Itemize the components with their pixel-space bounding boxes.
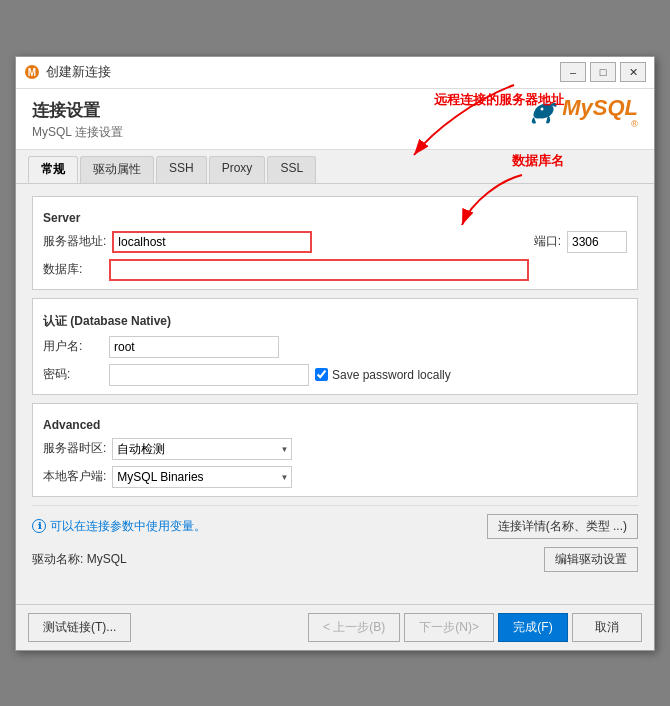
app-icon: M xyxy=(24,64,40,80)
port-input[interactable] xyxy=(567,231,627,253)
tab-ssh[interactable]: SSH xyxy=(156,156,207,183)
save-password-checkbox[interactable] xyxy=(315,368,328,381)
username-row: 用户名: xyxy=(43,336,627,358)
mysql-logo: MySQL ® xyxy=(522,97,638,131)
title-bar-left: M 创建新连接 xyxy=(24,63,111,81)
password-row: 密码: Save password locally xyxy=(43,364,627,386)
svg-point-4 xyxy=(541,107,544,110)
username-input[interactable] xyxy=(109,336,279,358)
server-section-label: Server xyxy=(43,211,627,225)
client-row: 本地客户端: MySQL Binaries MariaDB Binaries xyxy=(43,466,627,488)
mysql-logo-text: MySQL xyxy=(562,97,638,119)
driver-row: 驱动名称: MySQL 编辑驱动设置 xyxy=(32,543,638,576)
password-label: 密码: xyxy=(43,366,103,383)
cancel-button[interactable]: 取消 xyxy=(572,613,642,642)
timezone-select[interactable]: 自动检测 UTC Asia/Shanghai xyxy=(112,438,292,460)
advanced-group: Advanced 服务器时区: 自动检测 UTC Asia/Shanghai 本… xyxy=(32,403,638,497)
maximize-button[interactable]: □ xyxy=(590,62,616,82)
server-address-row: 服务器地址: 端口: xyxy=(43,231,627,253)
close-button[interactable]: ✕ xyxy=(620,62,646,82)
next-button[interactable]: 下一步(N)> xyxy=(404,613,494,642)
port-label: 端口: xyxy=(534,233,561,250)
title-bar: M 创建新连接 – □ ✕ xyxy=(16,57,654,89)
database-input[interactable] xyxy=(109,259,529,281)
auth-section-label: 认证 (Database Native) xyxy=(43,313,627,330)
username-label: 用户名: xyxy=(43,338,103,355)
info-row: ℹ 可以在连接参数中使用变量。 连接详情(名称、类型 ...) xyxy=(32,505,638,543)
tab-driver[interactable]: 驱动属性 xyxy=(80,156,154,183)
spacer xyxy=(16,588,654,604)
client-select[interactable]: MySQL Binaries MariaDB Binaries xyxy=(112,466,292,488)
server-address-label: 服务器地址: xyxy=(43,233,106,250)
edit-driver-button[interactable]: 编辑驱动设置 xyxy=(544,547,638,572)
client-label: 本地客户端: xyxy=(43,468,106,485)
auth-group: 认证 (Database Native) 用户名: 密码: Save passw… xyxy=(32,298,638,395)
test-connection-button[interactable]: 测试链接(T)... xyxy=(28,613,131,642)
timezone-select-wrapper: 自动检测 UTC Asia/Shanghai xyxy=(112,438,292,460)
dolphin-icon xyxy=(522,97,560,131)
info-left: ℹ 可以在连接参数中使用变量。 xyxy=(32,518,206,535)
database-label: 数据库: xyxy=(43,261,103,278)
mysql-logo-sub: ® xyxy=(562,119,638,129)
password-input[interactable] xyxy=(109,364,309,386)
svg-text:M: M xyxy=(28,67,36,78)
connection-detail-button[interactable]: 连接详情(名称、类型 ...) xyxy=(487,514,638,539)
server-address-input[interactable] xyxy=(112,231,312,253)
window-title: 创建新连接 xyxy=(46,63,111,81)
driver-label: 驱动名称: MySQL xyxy=(32,551,127,568)
timezone-row: 服务器时区: 自动检测 UTC Asia/Shanghai xyxy=(43,438,627,460)
database-row: 数据库: xyxy=(43,259,627,281)
title-bar-buttons: – □ ✕ xyxy=(560,62,646,82)
advanced-section-label: Advanced xyxy=(43,418,627,432)
bottom-left-buttons: 测试链接(T)... xyxy=(28,613,131,642)
main-window: M 创建新连接 – □ ✕ 连接设置 MySQL 连接设置 xyxy=(15,56,655,651)
finish-button[interactable]: 完成(F) xyxy=(498,613,568,642)
prev-button[interactable]: < 上一步(B) xyxy=(308,613,400,642)
tab-general[interactable]: 常规 xyxy=(28,156,78,183)
minimize-button[interactable]: – xyxy=(560,62,586,82)
tab-ssl[interactable]: SSL xyxy=(267,156,316,183)
header-area: 连接设置 MySQL 连接设置 MySQL ® 远 xyxy=(16,89,654,150)
info-text: 可以在连接参数中使用变量。 xyxy=(50,518,206,535)
client-select-wrapper: MySQL Binaries MariaDB Binaries xyxy=(112,466,292,488)
tab-proxy[interactable]: Proxy xyxy=(209,156,266,183)
bottom-right-buttons: < 上一步(B) 下一步(N)> 完成(F) 取消 xyxy=(308,613,642,642)
server-group: Server 服务器地址: 端口: 数据库: xyxy=(32,196,638,290)
tabs-row: 常规 驱动属性 SSH Proxy SSL xyxy=(16,150,654,184)
content-area: Server 服务器地址: 端口: 数据库: 认证 (Database Nati… xyxy=(16,184,654,588)
info-icon: ℹ xyxy=(32,519,46,533)
bottom-bar: 测试链接(T)... < 上一步(B) 下一步(N)> 完成(F) 取消 xyxy=(16,604,654,650)
save-password-label[interactable]: Save password locally xyxy=(315,368,451,382)
timezone-label: 服务器时区: xyxy=(43,440,106,457)
